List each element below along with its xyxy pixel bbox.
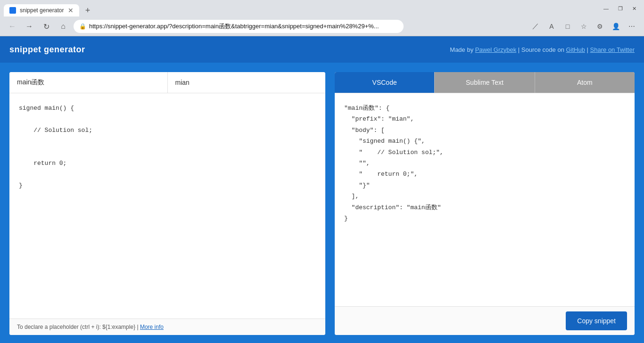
left-footer: To declare a placeholder (ctrl + i): ${1… [9, 318, 325, 335]
tab-sublime[interactable]: Sublime Text [435, 72, 535, 93]
forward-button[interactable]: → [23, 20, 36, 33]
address-bar: ← → ↻ ⌂ 🔒 https://snippet-generator.app/… [0, 17, 644, 36]
bookmark-button[interactable]: ☆ [577, 20, 590, 33]
tab-title: snippet generator [20, 7, 64, 14]
close-button[interactable]: ✕ [628, 5, 640, 13]
share-label: | [585, 46, 590, 53]
more-info-link[interactable]: More info [140, 324, 164, 330]
maximize-button[interactable]: ❐ [614, 5, 627, 13]
lock-icon: 🔒 [79, 23, 86, 30]
tab-vscode[interactable]: VSCode [335, 72, 435, 93]
pip-button[interactable]: □ [561, 20, 574, 33]
tab-atom[interactable]: Atom [535, 72, 635, 93]
source-label: | Source code on [516, 46, 566, 53]
browser-actions: ／ A □ ☆ ⚙ 👤 ⋯ [529, 20, 638, 33]
reload-button[interactable]: ↻ [40, 20, 53, 33]
tab-favicon [9, 7, 16, 14]
code-input[interactable]: signed main() { // Solution sol; return … [9, 93, 325, 318]
description-input[interactable] [9, 72, 168, 93]
translate-button[interactable]: A [545, 20, 558, 33]
header-links: Made by Pawel Grzybek | Source code on G… [450, 46, 635, 53]
tab-bar: snippet generator ✕ + — ❐ ✕ [0, 0, 644, 17]
left-panel: signed main() { // Solution sol; return … [9, 72, 325, 335]
made-by-label: Made by [450, 46, 475, 53]
app-title: snippet generator [9, 45, 85, 55]
minimize-button[interactable]: — [600, 5, 612, 12]
right-footer: Copy snippet [335, 306, 635, 335]
url-input[interactable]: 🔒 https://snippet-generator.app/?descrip… [74, 20, 404, 33]
github-link[interactable]: GitHub [566, 46, 585, 53]
output-display: "main函数": { "prefix": "mian", "body": [ … [335, 93, 635, 306]
app-header: snippet generator Made by Pawel Grzybek … [0, 36, 644, 63]
back-button[interactable]: ← [6, 20, 19, 33]
reader-view-button[interactable]: ／ [529, 20, 542, 33]
right-panel: VSCode Sublime Text Atom "main函数": { "pr… [335, 72, 635, 335]
home-button[interactable]: ⌂ [57, 20, 70, 33]
url-text: https://snippet-generator.app/?descripti… [89, 22, 398, 31]
window-controls: — ❐ ✕ [600, 5, 640, 16]
author-link[interactable]: Pawel Grzybek [475, 46, 516, 53]
twitter-link[interactable]: Share on Twitter [590, 46, 635, 53]
tabtrigger-input[interactable] [168, 72, 326, 93]
footer-hint: To declare a placeholder (ctrl + i): ${1… [17, 324, 140, 330]
input-row [9, 72, 325, 93]
tabs-row: VSCode Sublime Text Atom [335, 72, 635, 93]
menu-button[interactable]: ⋯ [625, 20, 638, 33]
extensions-button[interactable]: ⚙ [593, 20, 606, 33]
profile-button[interactable]: 👤 [609, 20, 622, 33]
active-tab[interactable]: snippet generator ✕ [4, 4, 79, 16]
new-tab-button[interactable]: + [81, 4, 94, 17]
tab-close-button[interactable]: ✕ [68, 7, 74, 14]
copy-snippet-button[interactable]: Copy snippet [566, 311, 627, 330]
app-body: signed main() { // Solution sol; return … [0, 63, 644, 343]
browser-chrome: snippet generator ✕ + — ❐ ✕ ← → ↻ ⌂ 🔒 ht… [0, 0, 644, 36]
